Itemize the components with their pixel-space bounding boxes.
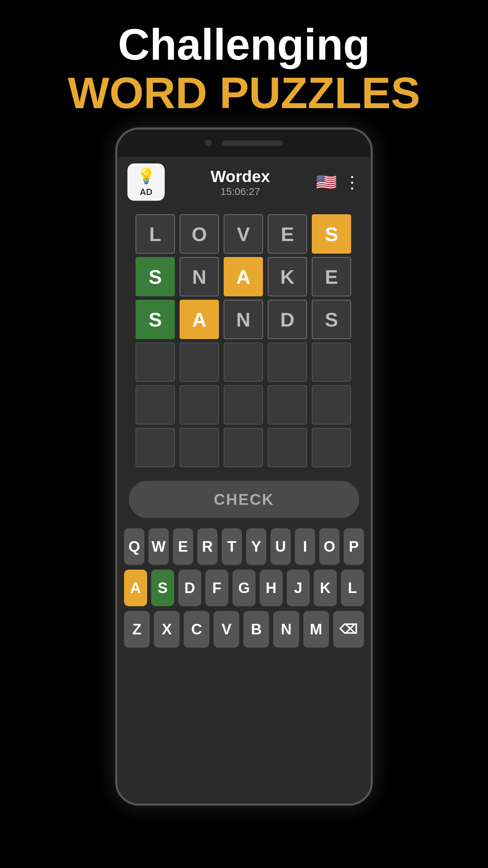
key-W[interactable]: W: [148, 528, 169, 565]
grid-cell-r1-c1: N: [180, 257, 219, 296]
title-word-puzzles: WORD PUZZLES: [68, 69, 420, 117]
key-Z[interactable]: Z: [124, 611, 150, 648]
key-C[interactable]: C: [184, 611, 209, 648]
keyboard-row-1: QWERTYUIOP: [124, 528, 364, 565]
grid-cell-r4-c1: [180, 385, 219, 425]
key-I[interactable]: I: [295, 528, 315, 565]
app-title: Wordex: [210, 167, 270, 186]
key-K[interactable]: K: [314, 570, 337, 606]
key-L[interactable]: L: [341, 570, 364, 606]
grid-cell-r2-c4: S: [312, 300, 351, 339]
key-T[interactable]: T: [222, 528, 242, 565]
grid-cell-r1-c3: K: [268, 257, 307, 296]
key-N[interactable]: N: [273, 611, 299, 648]
grid-cell-r2-c3: D: [268, 300, 307, 339]
key-S[interactable]: S: [151, 570, 174, 606]
key-F[interactable]: F: [205, 570, 228, 606]
grid-cell-r0-c4: S: [312, 214, 351, 254]
app-header: 💡 AD Wordex 15:06:27 🇺🇸 ⋮: [117, 157, 371, 208]
grid-cell-r0-c2: V: [224, 214, 263, 254]
key-M[interactable]: M: [303, 611, 329, 648]
key-H[interactable]: H: [260, 570, 283, 606]
grid-cell-r2-c2: N: [224, 300, 263, 339]
key-E[interactable]: E: [173, 528, 193, 565]
ad-button[interactable]: 💡 AD: [127, 163, 165, 201]
grid-cell-r0-c1: O: [180, 214, 219, 254]
key-D[interactable]: D: [178, 570, 201, 606]
header-section: Challenging WORD PUZZLES: [68, 20, 420, 117]
app-title-section: Wordex 15:06:27: [210, 167, 270, 197]
key-R[interactable]: R: [197, 528, 218, 565]
grid-cell-r5-c3: [268, 428, 307, 467]
phone-top: [117, 130, 371, 157]
keyboard-row-3: ZXCVBNM⌫: [124, 611, 364, 648]
grid-cell-r1-c2: A: [224, 257, 263, 296]
phone-camera: [205, 140, 212, 146]
key-Q[interactable]: Q: [124, 528, 144, 565]
phone-side-button: [371, 265, 373, 306]
grid-cell-r3-c0: [136, 342, 175, 382]
app-timer: 15:06:27: [210, 186, 270, 197]
grid-cell-r0-c0: L: [136, 214, 175, 254]
key-Y[interactable]: Y: [246, 528, 266, 565]
key-G[interactable]: G: [232, 570, 256, 606]
keyboard: QWERTYUIOP ASDFGHJKL ZXCVBNM⌫: [117, 525, 371, 651]
key-J[interactable]: J: [287, 570, 310, 606]
phone-frame: 💡 AD Wordex 15:06:27 🇺🇸 ⋮ LOVESSNAKESAND…: [115, 127, 373, 806]
key-P[interactable]: P: [344, 528, 364, 565]
grid-cell-r4-c2: [224, 385, 263, 425]
bulb-icon: 💡: [137, 167, 156, 185]
key-O[interactable]: O: [319, 528, 340, 565]
grid-cell-r0-c3: E: [268, 214, 307, 254]
key-X[interactable]: X: [154, 611, 180, 648]
grid-cell-r3-c4: [312, 342, 351, 382]
grid-cell-r2-c1: A: [180, 300, 219, 339]
grid-cell-r5-c0: [136, 428, 175, 467]
key-U[interactable]: U: [270, 528, 291, 565]
key-V[interactable]: V: [214, 611, 239, 648]
grid-cell-r2-c0: S: [136, 300, 175, 339]
grid-cell-r4-c0: [136, 385, 175, 425]
phone-speaker: [222, 140, 283, 146]
grid-cell-r1-c4: E: [312, 257, 351, 296]
grid-cell-r3-c2: [224, 342, 263, 382]
key-B[interactable]: B: [243, 611, 269, 648]
title-challenging: Challenging: [68, 20, 420, 69]
grid-cell-r3-c3: [268, 342, 307, 382]
key-A[interactable]: A: [124, 570, 147, 606]
game-grid: LOVESSNAKESANDS: [129, 208, 359, 474]
check-button[interactable]: CHECK: [129, 481, 359, 518]
grid-cell-r5-c1: [180, 428, 219, 467]
phone-screen: 💡 AD Wordex 15:06:27 🇺🇸 ⋮ LOVESSNAKESAND…: [117, 157, 371, 804]
grid-cell-r4-c4: [312, 385, 351, 425]
app-header-icons: 🇺🇸 ⋮: [316, 172, 361, 192]
grid-cell-r3-c1: [180, 342, 219, 382]
grid-cell-r5-c4: [312, 428, 351, 467]
key-⌫[interactable]: ⌫: [333, 611, 364, 648]
ad-label: AD: [140, 187, 152, 197]
keyboard-row-2: ASDFGHJKL: [124, 570, 364, 606]
grid-cell-r4-c3: [268, 385, 307, 425]
flag-icon: 🇺🇸: [316, 172, 337, 192]
menu-dots-button[interactable]: ⋮: [344, 172, 361, 192]
grid-cell-r5-c2: [224, 428, 263, 467]
grid-cell-r1-c0: S: [136, 257, 175, 296]
